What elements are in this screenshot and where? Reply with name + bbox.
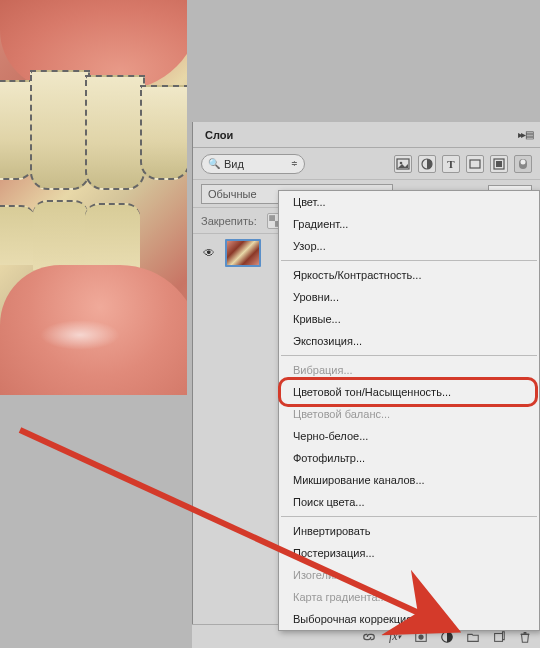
- menu-item[interactable]: Экспозиция...: [279, 330, 539, 352]
- svg-rect-5: [496, 161, 502, 167]
- menu-item[interactable]: Поиск цвета...: [279, 491, 539, 513]
- menu-item[interactable]: Микширование каналов...: [279, 469, 539, 491]
- menu-item: Изогелия...: [279, 564, 539, 586]
- menu-separator: [281, 260, 537, 261]
- canvas-area: [0, 0, 187, 648]
- svg-rect-8: [269, 215, 275, 221]
- menu-item[interactable]: Яркость/Контрастность...: [279, 264, 539, 286]
- menu-item[interactable]: Постеризация...: [279, 542, 539, 564]
- menu-item[interactable]: Цветовой тон/Насыщенность...: [279, 381, 539, 403]
- svg-rect-13: [495, 633, 503, 641]
- adjust-filter-icon[interactable]: [418, 155, 436, 173]
- svg-point-1: [400, 161, 403, 164]
- kind-filter-label: Вид: [224, 158, 244, 170]
- layer-thumbnail[interactable]: [225, 239, 261, 267]
- lock-label: Закрепить:: [201, 215, 257, 227]
- search-icon: 🔍: [208, 158, 220, 169]
- chevron-updown-icon: ≑: [291, 159, 298, 168]
- filter-toggle-icon[interactable]: [514, 155, 532, 173]
- kind-filter-select[interactable]: 🔍 Вид ≑: [201, 154, 305, 174]
- menu-item: Вибрация...: [279, 359, 539, 381]
- menu-item[interactable]: Уровни...: [279, 286, 539, 308]
- menu-separator: [281, 516, 537, 517]
- menu-item[interactable]: Цвет...: [279, 191, 539, 213]
- menu-item[interactable]: Узор...: [279, 235, 539, 257]
- image-filter-icon[interactable]: [394, 155, 412, 173]
- panel-menu-icon[interactable]: ▸▸ ▤: [510, 125, 540, 144]
- svg-point-7: [521, 159, 526, 164]
- menu-item[interactable]: Инвертировать: [279, 520, 539, 542]
- shape-filter-icon[interactable]: [466, 155, 484, 173]
- smart-filter-icon[interactable]: [490, 155, 508, 173]
- lip-highlight: [40, 320, 120, 350]
- menu-item[interactable]: Черно-белое...: [279, 425, 539, 447]
- panel-header: Слои ▸▸ ▤: [193, 122, 540, 148]
- menu-item[interactable]: Выборочная коррекция цвета...: [279, 608, 539, 630]
- menu-item: Цветовой баланс...: [279, 403, 539, 425]
- menu-item[interactable]: Фотофильтр...: [279, 447, 539, 469]
- adjustment-layer-menu: Цвет...Градиент...Узор...Яркость/Контрас…: [278, 190, 540, 631]
- svg-point-11: [418, 634, 423, 639]
- text-filter-icon[interactable]: T: [442, 155, 460, 173]
- menu-item[interactable]: Градиент...: [279, 213, 539, 235]
- visibility-toggle-icon[interactable]: 👁: [201, 245, 217, 261]
- panel-filter-bar: 🔍 Вид ≑ T: [193, 148, 540, 180]
- svg-rect-3: [470, 160, 480, 168]
- teeth-bottom: [0, 195, 185, 275]
- menu-item[interactable]: Кривые...: [279, 308, 539, 330]
- selection-marquee: [0, 60, 187, 190]
- menu-item: Карта градиента...: [279, 586, 539, 608]
- layers-tab[interactable]: Слои: [193, 124, 245, 146]
- blend-mode-label: Обычные: [208, 188, 257, 200]
- menu-separator: [281, 355, 537, 356]
- document-image[interactable]: [0, 0, 187, 395]
